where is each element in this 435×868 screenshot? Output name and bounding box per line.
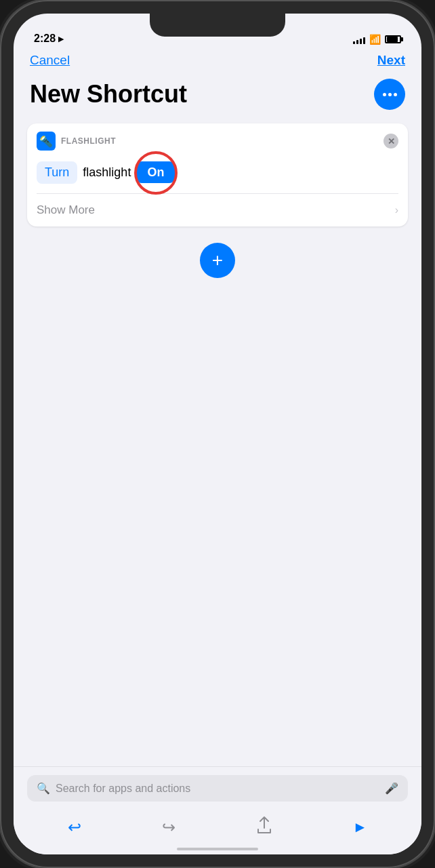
wifi-icon: 📶: [369, 34, 381, 45]
nav-bar: Cancel Next: [14, 47, 421, 76]
show-more-label: Show More: [37, 203, 95, 217]
search-bar[interactable]: 🔍 Search for apps and actions 🎤: [27, 775, 408, 802]
signal-bars-icon: [353, 35, 365, 44]
on-token[interactable]: On: [136, 161, 175, 183]
status-icons: 📶: [353, 34, 401, 45]
redo-button[interactable]: ↪: [157, 812, 181, 842]
battery-icon: [385, 35, 401, 43]
dot-2: [388, 93, 392, 96]
add-action-button[interactable]: +: [200, 243, 235, 278]
location-icon: ▶: [58, 35, 64, 43]
card-header: 🔦 FLASHLIGHT ✕: [27, 123, 408, 156]
header: New Shortcut: [14, 76, 421, 123]
signal-bar-4: [363, 37, 365, 44]
flashlight-icon: 🔦: [39, 135, 53, 148]
close-card-button[interactable]: ✕: [384, 134, 398, 149]
phone-screen: 2:28 ▶ 📶 Cancel Next: [14, 14, 421, 854]
cancel-button[interactable]: Cancel: [30, 53, 70, 68]
notch: [150, 14, 285, 37]
search-icon: 🔍: [37, 782, 50, 795]
more-dots-icon: [383, 93, 397, 96]
turn-token[interactable]: Turn: [37, 161, 77, 184]
share-button[interactable]: [251, 811, 277, 844]
dot-3: [394, 93, 397, 96]
play-button[interactable]: ►: [347, 813, 373, 842]
flashlight-text: flashlight: [83, 165, 131, 180]
show-more-row[interactable]: Show More ›: [27, 194, 408, 226]
signal-bar-1: [353, 41, 355, 44]
battery-fill: [387, 37, 398, 42]
flashlight-icon-container: 🔦: [37, 132, 56, 151]
undo-button[interactable]: ↩: [62, 812, 87, 842]
bottom-area: 🔍 Search for apps and actions 🎤 ↩ ↪ ►: [14, 766, 421, 854]
card-action-row: Turn flashlight On: [27, 156, 408, 193]
dot-1: [383, 93, 386, 96]
card-section-label: FLASHLIGHT: [61, 136, 116, 146]
status-time: 2:28: [34, 33, 56, 45]
home-indicator: [177, 848, 258, 850]
more-options-button[interactable]: [374, 79, 405, 110]
flashlight-action-card: 🔦 FLASHLIGHT ✕ Turn flashlight On: [27, 123, 408, 226]
add-button-container: +: [27, 243, 408, 278]
next-button[interactable]: Next: [377, 53, 405, 68]
signal-bar-3: [360, 39, 362, 44]
search-placeholder: Search for apps and actions: [56, 783, 379, 795]
on-token-wrapper: On: [136, 165, 175, 180]
card-title-row: 🔦 FLASHLIGHT: [37, 132, 116, 151]
microphone-icon[interactable]: 🎤: [385, 782, 398, 795]
signal-bar-2: [356, 40, 358, 44]
chevron-right-icon: ›: [395, 204, 398, 216]
page-title: New Shortcut: [30, 80, 187, 108]
content-area: 🔦 FLASHLIGHT ✕ Turn flashlight On: [14, 123, 421, 278]
phone-frame: 2:28 ▶ 📶 Cancel Next: [0, 0, 435, 868]
